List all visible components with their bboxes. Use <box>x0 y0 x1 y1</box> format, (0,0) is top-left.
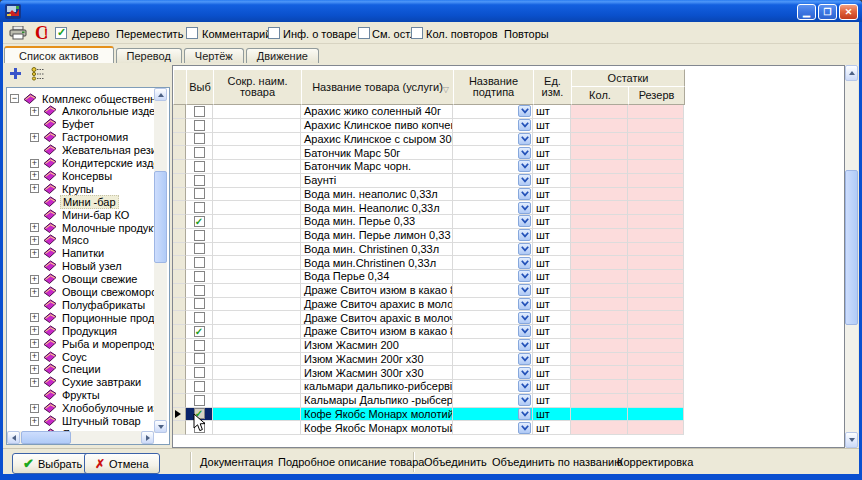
subtype-cell[interactable] <box>453 284 533 298</box>
dropdown-icon[interactable] <box>518 105 531 117</box>
dropdown-icon[interactable] <box>518 312 531 324</box>
table-row[interactable]: Арахис Клинское с сыром 30гшт <box>173 133 685 147</box>
expand-icon[interactable]: + <box>30 352 39 361</box>
scroll-left-icon[interactable] <box>7 431 20 444</box>
tree-item[interactable]: +Соус <box>7 350 154 363</box>
table-row[interactable]: Кальмары Дальпико -рыбсервис 10шт <box>173 394 685 408</box>
table-row[interactable]: Баунтішт <box>173 174 685 188</box>
table-row[interactable]: ✓Кофе Якобс Монарх молотий 75гшт <box>173 408 685 422</box>
table-row[interactable]: Драже Свиточ арахис в молочном шшт <box>173 298 685 312</box>
select-cell[interactable] <box>186 339 213 353</box>
tree-item[interactable]: +Специи <box>7 363 154 376</box>
header-subtype[interactable]: Название подтипа <box>453 69 534 105</box>
tree-item[interactable]: Мини-бар КО <box>7 208 154 221</box>
grid-scroll-thumb[interactable] <box>845 170 858 325</box>
table-row[interactable]: Изюм Жасмин 300г х30шт <box>173 366 685 380</box>
tree-item[interactable]: Полуфабрикаты <box>7 298 154 311</box>
tree-scroll-thumb[interactable] <box>154 171 167 263</box>
select-cell[interactable] <box>186 188 213 202</box>
row-checkbox[interactable] <box>194 120 205 131</box>
scroll-up-icon[interactable] <box>154 88 167 101</box>
tree-item[interactable]: +Напитки <box>7 247 154 260</box>
select-cell[interactable] <box>186 366 213 380</box>
product-name-cell[interactable]: Драже Свиточ изюм в какао 80г <box>301 325 453 339</box>
product-name-cell[interactable]: Изюм Жасмин 300г х30 <box>301 366 453 380</box>
move-button[interactable]: Переместить <box>116 28 183 40</box>
tree-item[interactable]: Новый узел <box>7 260 154 273</box>
table-row[interactable]: Драже Свиточ изюм в какао 80гшт <box>173 284 685 298</box>
subtype-cell[interactable] <box>453 339 533 353</box>
maximize-button[interactable]: ❐ <box>818 4 837 20</box>
see-rest-checkbox[interactable] <box>358 27 370 39</box>
row-checkbox[interactable] <box>194 312 205 323</box>
dropdown-icon[interactable] <box>518 133 531 145</box>
product-name-cell[interactable]: Вода мин. Перье лимон 0,33 <box>301 229 453 243</box>
select-cell[interactable] <box>186 270 213 284</box>
select-cell[interactable] <box>186 229 213 243</box>
product-name-cell[interactable]: Арахис жико соленный 40г <box>301 105 453 119</box>
product-name-cell[interactable]: Батончик Марс чорн. <box>301 160 453 174</box>
row-checkbox[interactable] <box>194 202 205 213</box>
expand-icon[interactable]: + <box>30 378 39 387</box>
tree-item[interactable]: +Рыба и морепродукты <box>7 337 154 350</box>
tree-hscroll-thumb[interactable] <box>21 431 71 444</box>
dropdown-icon[interactable] <box>518 257 531 269</box>
select-cell[interactable] <box>186 311 213 325</box>
expand-icon[interactable]: + <box>30 288 39 297</box>
tree-item[interactable]: +Консервы <box>7 169 154 182</box>
tree-item[interactable]: +Молочные продукты <box>7 221 154 234</box>
product-name-cell[interactable]: Баунті <box>301 174 453 188</box>
row-checkbox[interactable] <box>194 188 205 199</box>
product-name-cell[interactable]: Драже Свиточ арахіс в молочному <box>301 311 453 325</box>
scroll-down-icon[interactable] <box>845 432 858 448</box>
table-row[interactable]: Изюм Жасмин 200г х30шт <box>173 353 685 367</box>
row-checkbox[interactable] <box>194 161 205 172</box>
subtype-cell[interactable] <box>453 160 533 174</box>
table-row[interactable]: Вода мин.Christinen 0,33лшт <box>173 256 685 270</box>
select-cell[interactable] <box>186 298 213 312</box>
refresh-icon[interactable]: C! <box>35 25 48 41</box>
product-name-cell[interactable]: Вода мин. Christinen 0,33л <box>301 243 453 257</box>
expand-icon[interactable]: + <box>30 159 39 168</box>
tab-1[interactable]: Список активов <box>4 46 114 63</box>
footer-link-4[interactable]: Объединить по названию <box>492 449 622 475</box>
table-row[interactable]: Вода мин. Перье лимон 0,33шт <box>173 229 685 243</box>
subtype-cell[interactable] <box>453 325 533 339</box>
row-checkbox[interactable] <box>194 367 205 378</box>
product-info-checkbox[interactable] <box>268 27 280 39</box>
header-short-name[interactable]: Сокр. наим. товара <box>213 69 302 105</box>
dropdown-icon[interactable] <box>518 270 531 282</box>
subtype-cell[interactable] <box>453 229 533 243</box>
tree-checkbox[interactable] <box>55 27 67 39</box>
title-bar[interactable]: ▁ ❐ ✕ <box>0 0 862 22</box>
row-checkbox[interactable] <box>194 133 205 144</box>
dropdown-icon[interactable] <box>518 160 531 172</box>
tab-3[interactable]: Чертёж <box>184 48 244 63</box>
tree-item[interactable]: +Мясо <box>7 234 154 247</box>
dropdown-icon[interactable] <box>518 243 531 255</box>
minimize-button[interactable]: ▁ <box>797 4 816 20</box>
product-name-cell[interactable]: Вода мин.Christinen 0,33л <box>301 256 453 270</box>
table-row[interactable]: ✓Вода мин. Перье 0,33шт <box>173 215 685 229</box>
product-name-cell[interactable]: Драже Свиточ арахис в молочном ш <box>301 298 453 312</box>
dropdown-icon[interactable] <box>518 353 531 365</box>
row-checkbox[interactable] <box>194 147 205 158</box>
footer-link-3[interactable]: Объединить <box>424 449 487 475</box>
subtype-cell[interactable] <box>453 353 533 367</box>
product-name-cell[interactable]: Арахис Клинское с сыром 30г <box>301 133 453 147</box>
tree-item[interactable]: +Сухие завтраки <box>7 376 154 389</box>
row-checkbox[interactable] <box>194 340 205 351</box>
subtype-cell[interactable] <box>453 394 533 408</box>
dropdown-icon[interactable] <box>518 188 531 200</box>
dropdown-icon[interactable] <box>518 339 531 351</box>
row-checkbox[interactable] <box>194 271 205 282</box>
tree-item[interactable]: +Овощи свежомороженые <box>7 286 154 299</box>
subtype-cell[interactable] <box>453 408 533 422</box>
tree-root[interactable]: −Комплекс общественного <box>7 92 154 105</box>
subtype-cell[interactable] <box>453 174 533 188</box>
dropdown-icon[interactable] <box>518 215 531 227</box>
tree-item[interactable]: Мини -бар <box>7 195 154 208</box>
expand-icon[interactable]: + <box>30 404 39 413</box>
row-checkbox[interactable] <box>194 243 205 254</box>
tree-item[interactable]: Фрукты <box>7 389 154 402</box>
